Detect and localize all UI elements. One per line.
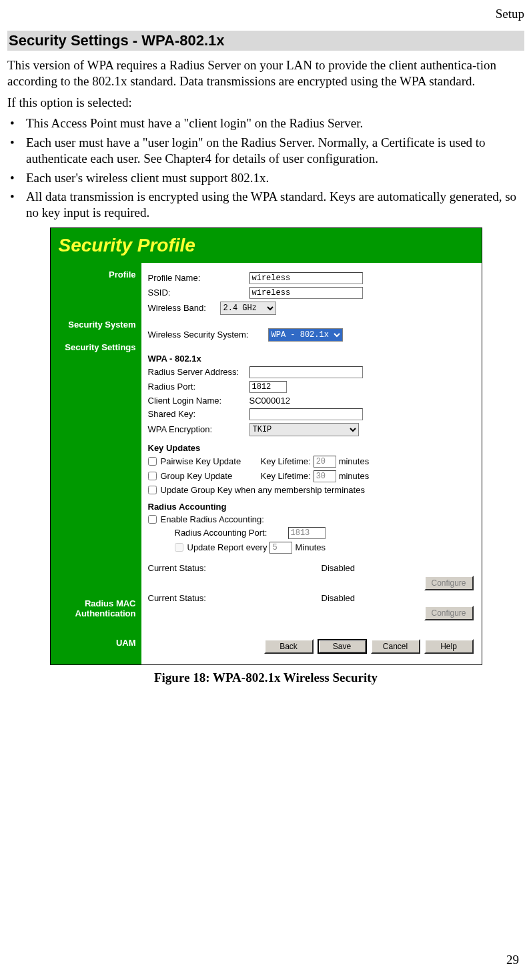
gui-main: Profile Name: SSID: Wireless Band: 2.4 G… (141, 263, 482, 664)
back-button[interactable]: Back (264, 639, 314, 654)
group-lifetime-label: Key Lifetime: (261, 471, 311, 481)
sidebar-item-uam: UAM (51, 638, 136, 648)
band-select[interactable]: 2.4 GHz (220, 302, 276, 315)
enable-radius-accounting-checkbox[interactable] (148, 515, 157, 524)
profile-name-input[interactable] (249, 272, 363, 284)
wpa-encryption-label: WPA Encryption: (148, 424, 249, 434)
rmac-configure-button[interactable]: Configure (424, 576, 474, 590)
paragraph-intro: This version of WPA requires a Radius Se… (7, 57, 524, 89)
uam-status-value: Disabled (322, 593, 356, 603)
wpa-encryption-select[interactable]: TKIP (249, 423, 359, 436)
group-key-checkbox[interactable] (148, 472, 157, 480)
key-updates-heading: Key Updates (148, 443, 474, 453)
pairwise-lifetime-input[interactable] (314, 456, 336, 468)
shared-key-label: Shared Key: (148, 409, 249, 419)
help-button[interactable]: Help (424, 639, 474, 654)
update-report-input[interactable] (270, 542, 292, 554)
list-item: All data transmission is encrypted using… (7, 189, 524, 221)
sidebar-item-radius-mac: Radius MAC Authentication (51, 598, 136, 619)
radius-port-input[interactable] (249, 381, 287, 393)
radius-accounting-heading: Radius Accounting (148, 502, 474, 512)
radius-accounting-port-input[interactable] (288, 527, 326, 539)
pairwise-key-label: Pairwise Key Update (161, 456, 261, 466)
radius-server-label: Radius Server Address: (148, 367, 249, 377)
sidebar-item-security-system: Security System (51, 320, 136, 330)
bullet-list: This Access Point must have a "client lo… (7, 115, 524, 221)
security-system-select[interactable]: WPA - 802.1x (268, 328, 343, 342)
radius-accounting-port-label: Radius Accounting Port: (175, 528, 288, 538)
wpa-heading: WPA - 802.1x (148, 354, 474, 364)
radius-port-label: Radius Port: (148, 382, 249, 392)
sidebar-item-profile: Profile (51, 270, 136, 280)
ssid-input[interactable] (249, 287, 363, 299)
profile-name-label: Profile Name: (148, 273, 249, 283)
client-login-value: SC000012 (249, 396, 290, 406)
radius-server-input[interactable] (249, 366, 363, 378)
enable-radius-accounting-label: Enable Radius Accounting: (161, 514, 264, 524)
gui-title: Security Profile (51, 228, 482, 263)
client-login-label: Client Login Name: (148, 396, 249, 406)
update-report-unit: Minutes (295, 542, 326, 552)
pairwise-lifetime-label: Key Lifetime: (261, 456, 311, 466)
band-label: Wireless Band: (148, 303, 220, 313)
update-report-checkbox[interactable] (175, 543, 183, 552)
section-heading: Security Settings - WPA-802.1x (7, 31, 524, 51)
update-terminate-checkbox[interactable] (148, 486, 157, 494)
list-item: Each user's wireless client must support… (7, 170, 524, 186)
page-header-label: Setup (7, 7, 524, 21)
rmac-status-value: Disabled (322, 563, 356, 573)
group-minutes-label: minutes (339, 471, 370, 481)
security-profile-figure: Security Profile Profile Security System… (50, 227, 482, 665)
group-key-label: Group Key Update (161, 471, 261, 481)
shared-key-input[interactable] (249, 408, 363, 420)
rmac-status-label: Current Status: (148, 563, 322, 573)
update-terminate-label: Update Group Key when any membership ter… (161, 485, 365, 495)
figure-caption: Figure 18: WPA-802.1x Wireless Security (7, 670, 524, 685)
sidebar-item-security-settings: Security Settings (51, 342, 136, 353)
list-item: Each user must have a "user login" on th… (7, 135, 524, 167)
ssid-label: SSID: (148, 288, 249, 298)
group-lifetime-input[interactable] (314, 470, 336, 482)
pairwise-minutes-label: minutes (339, 456, 370, 466)
cancel-button[interactable]: Cancel (371, 639, 420, 654)
gui-sidebar: Profile Security System Security Setting… (51, 263, 141, 664)
update-report-label: Update Report every (187, 542, 268, 552)
save-button[interactable]: Save (318, 639, 367, 654)
security-system-label: Wireless Security System: (148, 330, 268, 340)
uam-configure-button[interactable]: Configure (424, 606, 474, 620)
paragraph-lead: If this option is selected: (7, 95, 524, 111)
list-item: This Access Point must have a "client lo… (7, 115, 524, 131)
uam-status-label: Current Status: (148, 593, 322, 603)
pairwise-key-checkbox[interactable] (148, 457, 157, 466)
